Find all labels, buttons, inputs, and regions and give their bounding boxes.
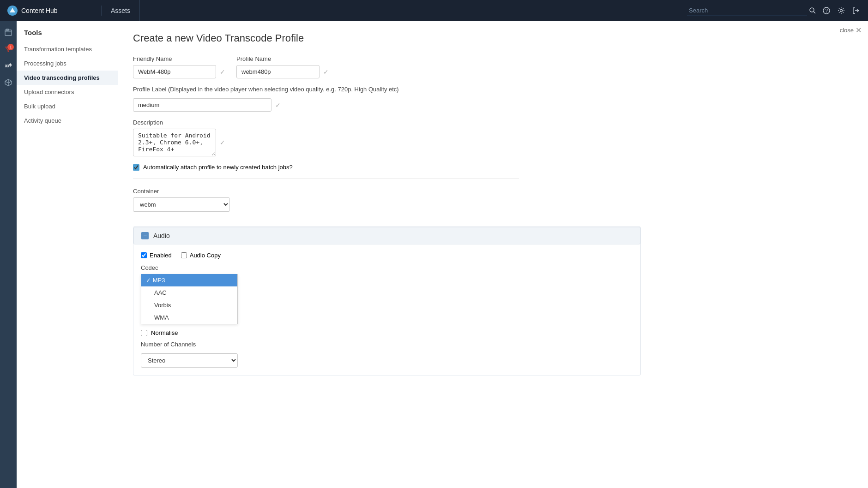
auto-attach-row: Automatically attach profile to newly cr… [133, 164, 519, 171]
sidebar-item-processing-jobs[interactable]: Processing jobs [17, 56, 118, 71]
container-label: Container [133, 188, 519, 195]
channels-select[interactable]: Mono Stereo 5.1 Surround [141, 353, 238, 368]
audio-enabled-checkbox[interactable] [141, 252, 147, 258]
auto-attach-checkbox[interactable] [133, 164, 139, 171]
topnav-logo-text: Content Hub [21, 7, 58, 14]
channels-label: Number of Channels [141, 341, 633, 348]
svg-line-2 [814, 12, 816, 14]
audio-enabled-label: Enabled [150, 252, 172, 259]
description-check-icon: ✓ [220, 139, 225, 146]
sidebar-item-upload-connectors[interactable]: Upload connectors [17, 85, 118, 99]
friendly-name-label: Friendly Name [133, 55, 225, 62]
sidebar-item-video-transcoding-profiles[interactable]: Video transcoding profiles [17, 71, 118, 85]
rail-files-icon[interactable] [1, 26, 15, 40]
profile-label-input[interactable] [133, 98, 271, 112]
filter-badge: 1 [7, 44, 14, 50]
topnav-logo: Content Hub [0, 6, 102, 16]
codec-option-vorbis[interactable]: Vorbis [141, 299, 237, 311]
rail-filter-icon[interactable]: 1 [1, 42, 15, 56]
audio-copy-row: Audio Copy [181, 252, 221, 259]
profile-name-check-icon: ✓ [323, 68, 329, 76]
audio-section-header: − Audio [133, 227, 640, 244]
profile-name-group: Profile Name ✓ [236, 55, 329, 78]
description-label: Description [133, 119, 519, 126]
main-layout: 1 Tools Transformation templates Process… [0, 21, 868, 488]
sidebar-item-bulk-upload[interactable]: Bulk upload [17, 99, 118, 113]
profile-name-input-row: ✓ [236, 65, 329, 78]
topnav-right: ? [687, 4, 868, 17]
close-icon[interactable]: ✕ [856, 26, 862, 35]
audio-section-block: − Audio Enabled Audio Copy [133, 226, 641, 375]
profile-name-input[interactable] [236, 65, 319, 78]
normalise-row: Normalise [141, 329, 633, 336]
audio-top-row: Enabled Audio Copy [141, 252, 633, 259]
search-container [687, 5, 818, 16]
rail-tools-icon[interactable] [1, 59, 15, 73]
sidebar: Tools Transformation templates Processin… [17, 21, 118, 488]
description-group: Description Suitable for Android 2.3+, C… [133, 119, 519, 156]
channels-group: Number of Channels Mono Stereo 5.1 Surro… [141, 341, 633, 368]
logo-icon [7, 6, 18, 16]
codec-option-aac[interactable]: AAC [141, 286, 237, 299]
description-input-row: Suitable for Android 2.3+, Chrome 6.0+, … [133, 129, 519, 156]
svg-text:?: ? [826, 8, 828, 13]
name-row: Friendly Name ✓ Profile Name ✓ [133, 55, 519, 78]
sidebar-item-activity-queue[interactable]: Activity queue [17, 113, 118, 128]
profile-label-label: Profile Label (Displayed in the video pl… [133, 86, 519, 93]
svg-point-1 [810, 8, 814, 12]
profile-name-label: Profile Name [236, 55, 329, 62]
form-content: Create a new Video Transcode Profile Fri… [118, 21, 534, 394]
audio-collapse-icon[interactable]: − [141, 232, 149, 239]
signout-button[interactable] [850, 4, 862, 17]
profile-label-check-icon: ✓ [275, 101, 281, 109]
icon-rail: 1 [0, 21, 17, 488]
sidebar-item-transformation-templates[interactable]: Transformation templates [17, 42, 118, 56]
friendly-name-group: Friendly Name ✓ [133, 55, 225, 78]
audio-copy-checkbox[interactable] [181, 252, 187, 258]
content-area: close ✕ Create a new Video Transcode Pro… [118, 21, 868, 488]
normalise-checkbox[interactable] [141, 330, 147, 336]
search-button[interactable] [807, 5, 818, 16]
divider-1 [133, 178, 519, 179]
codec-group: Codec MP3 AAC Vorbis WMA [141, 264, 633, 271]
container-group: Container webm mp4 ogg flv [133, 188, 519, 219]
topnav: Content Hub Assets ? [0, 0, 868, 21]
svg-marker-0 [10, 8, 15, 12]
normalise-label: Normalise [151, 329, 178, 336]
enabled-row: Enabled [141, 252, 172, 259]
container-select[interactable]: webm mp4 ogg flv [133, 197, 230, 212]
friendly-name-check-icon: ✓ [220, 68, 225, 76]
help-button[interactable]: ? [820, 4, 833, 17]
search-input[interactable] [687, 5, 807, 16]
auto-attach-label: Automatically attach profile to newly cr… [143, 164, 293, 171]
audio-section-body: Enabled Audio Copy Codec MP3 [133, 252, 640, 375]
profile-label-group: Profile Label (Displayed in the video pl… [133, 86, 519, 112]
audio-section-title: Audio [153, 232, 170, 239]
codec-option-wma[interactable]: WMA [141, 311, 237, 324]
close-bar[interactable]: close ✕ [840, 26, 862, 35]
description-textarea[interactable]: Suitable for Android 2.3+, Chrome 6.0+, … [133, 129, 216, 156]
svg-point-5 [840, 10, 843, 12]
svg-rect-6 [5, 30, 12, 36]
sidebar-title: Tools [17, 29, 118, 42]
audio-copy-label: Audio Copy [190, 252, 221, 259]
page-title: Create a new Video Transcode Profile [133, 32, 519, 44]
codec-dropdown-list: MP3 AAC Vorbis WMA [141, 274, 238, 324]
settings-button[interactable] [835, 4, 848, 17]
profile-label-input-row: ✓ [133, 98, 519, 112]
codec-label: Codec [141, 264, 633, 271]
topnav-section[interactable]: Assets [102, 0, 140, 21]
friendly-name-input[interactable] [133, 65, 216, 78]
rail-box-icon[interactable] [1, 76, 15, 89]
friendly-name-input-row: ✓ [133, 65, 225, 78]
codec-option-mp3[interactable]: MP3 [141, 274, 237, 286]
close-label: close [840, 27, 854, 34]
